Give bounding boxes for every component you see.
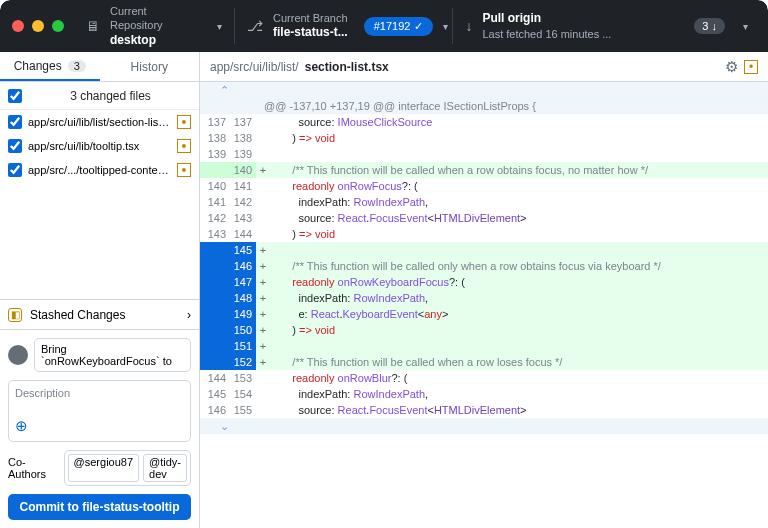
coauthor-chip[interactable]: @tidy-dev [143, 454, 187, 482]
diff-line[interactable]: 146155 source: React.FocusEvent<HTMLDivE… [200, 402, 768, 418]
chevron-right-icon: › [187, 308, 191, 322]
file-path: app/src/ui/lib/list/section-list.tsx [28, 116, 171, 128]
stashed-changes[interactable]: ◧ Stashed Changes › [0, 299, 199, 329]
coauthor-chip[interactable]: @sergiou87 [68, 454, 139, 482]
pr-badge[interactable]: #17192✓ [364, 17, 434, 36]
commit-description-input[interactable]: Description ⊕ [8, 380, 191, 442]
repo-label: Current Repository [110, 4, 199, 33]
commit-panel: Bring `onRowKeyboardFocus` to Descriptio… [0, 329, 199, 528]
diff-line[interactable]: 142143 source: React.FocusEvent<HTMLDivE… [200, 210, 768, 226]
repo-value: desktop [110, 33, 199, 49]
diff-view[interactable]: ⌃@@ -137,10 +137,19 @@ interface ISectio… [200, 82, 768, 528]
changes-count-badge: 3 [68, 60, 86, 72]
diff-line[interactable]: 140+ /** This function will be called wh… [200, 162, 768, 178]
diff-line[interactable]: 146+ /** This function will be called on… [200, 258, 768, 274]
diff-line[interactable]: 150+ ) => void [200, 322, 768, 338]
commit-summary-input[interactable]: Bring `onRowKeyboardFocus` to [34, 338, 191, 372]
modified-icon: • [177, 139, 191, 153]
diff-content: app/src/ui/lib/list/section-list.tsx ⚙ •… [200, 52, 768, 528]
coauthors-label: Co-Authors [8, 456, 60, 480]
check-icon: ✓ [414, 20, 423, 33]
pull-count-badge: 3 ↓ [694, 18, 725, 34]
file-row[interactable]: app/src/.../tooltipped-content.tsx• [0, 158, 199, 182]
file-path: app/src/.../tooltipped-content.tsx [28, 164, 171, 176]
diff-line[interactable]: 151+ [200, 338, 768, 354]
file-checkbox[interactable] [8, 163, 22, 177]
pull-selector[interactable]: ↓ Pull origin Last fetched 16 minutes ..… [453, 0, 760, 52]
tab-changes[interactable]: Changes 3 [0, 52, 100, 81]
branch-icon: ⎇ [247, 18, 263, 34]
select-all-checkbox[interactable] [8, 89, 22, 103]
file-row[interactable]: app/src/ui/lib/list/section-list.tsx• [0, 110, 199, 134]
modified-icon: • [177, 115, 191, 129]
diff-line[interactable]: 147+ readonly onRowKeyboardFocus?: ( [200, 274, 768, 290]
stash-label: Stashed Changes [30, 308, 179, 322]
diff-line[interactable]: 144153 readonly onRowBlur?: ( [200, 370, 768, 386]
diff-line[interactable]: 145+ [200, 242, 768, 258]
files-header: 3 changed files [0, 82, 199, 110]
zoom-window-dot[interactable] [52, 20, 64, 32]
file-checkbox[interactable] [8, 139, 22, 153]
chevron-down-icon: ▾ [743, 21, 748, 32]
pull-label: Pull origin [482, 11, 684, 27]
titlebar: 🖥 Current Repository desktop ▾ ⎇ Current… [0, 0, 768, 52]
diff-line[interactable]: 149+ e: React.KeyboardEvent<any> [200, 306, 768, 322]
computer-icon: 🖥 [86, 18, 100, 34]
file-path: app/src/ui/lib/tooltip.tsx [28, 140, 171, 152]
add-coauthor-icon[interactable]: ⊕ [15, 417, 184, 435]
minimize-window-dot[interactable] [32, 20, 44, 32]
diff-line[interactable]: 140141 readonly onRowFocus?: ( [200, 178, 768, 194]
expand-down-icon[interactable]: ⌄ [200, 418, 768, 434]
files-header-text: 3 changed files [30, 89, 191, 103]
diff-line[interactable]: 139139 [200, 146, 768, 162]
file-checkbox[interactable] [8, 115, 22, 129]
pull-icon: ↓ [465, 18, 472, 34]
modified-icon: • [177, 163, 191, 177]
tab-history[interactable]: History [100, 52, 200, 81]
gear-icon[interactable]: ⚙ [725, 58, 738, 76]
commit-button[interactable]: Commit to file-status-tooltip [8, 494, 191, 520]
stash-icon: ◧ [8, 308, 22, 322]
chevron-down-icon: ▾ [443, 21, 448, 32]
breadcrumb: app/src/ui/lib/list/section-list.tsx ⚙ • [200, 52, 768, 82]
hunk-header: @@ -137,10 +137,19 @@ interface ISection… [256, 98, 768, 114]
branch-selector[interactable]: ⎇ Current Branch file-status-t... [235, 0, 360, 52]
coauthors-input[interactable]: @sergiou87@tidy-dev [64, 450, 191, 486]
breadcrumb-path: app/src/ui/lib/list/ [210, 60, 299, 74]
expand-up-icon[interactable]: ⌃ [200, 82, 768, 98]
window-controls[interactable] [8, 20, 74, 32]
diff-line[interactable]: 148+ indexPath: RowIndexPath, [200, 290, 768, 306]
pr-badge-group[interactable]: #17192✓ ▾ [360, 17, 453, 36]
diff-line[interactable]: 145154 indexPath: RowIndexPath, [200, 386, 768, 402]
sidebar-tabs: Changes 3 History [0, 52, 199, 82]
pull-value: Last fetched 16 minutes ... [482, 27, 684, 41]
branch-label: Current Branch [273, 11, 348, 25]
diff-line[interactable]: 137137 source: IMouseClickSource [200, 114, 768, 130]
diff-line[interactable]: 138138 ) => void [200, 130, 768, 146]
file-row[interactable]: app/src/ui/lib/tooltip.tsx• [0, 134, 199, 158]
chevron-down-icon: ▾ [217, 21, 222, 32]
diff-line[interactable]: 143144 ) => void [200, 226, 768, 242]
repo-selector[interactable]: 🖥 Current Repository desktop ▾ [74, 0, 234, 52]
close-window-dot[interactable] [12, 20, 24, 32]
breadcrumb-file: section-list.tsx [305, 60, 389, 74]
branch-value: file-status-t... [273, 25, 348, 41]
diff-line[interactable]: 152+ /** This function will be called wh… [200, 354, 768, 370]
modified-icon: • [744, 60, 758, 74]
diff-line[interactable]: 141142 indexPath: RowIndexPath, [200, 194, 768, 210]
avatar [8, 345, 28, 365]
sidebar: Changes 3 History 3 changed files app/sr… [0, 52, 200, 528]
